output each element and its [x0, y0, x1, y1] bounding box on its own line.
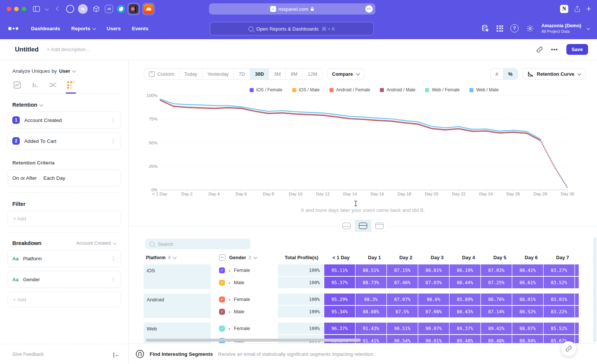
nav-item-users[interactable]: Users [107, 26, 121, 31]
retention-value-cell[interactable]: 95.29% [324, 294, 355, 305]
analyze-value-dropdown[interactable]: User [59, 68, 70, 74]
retention-criteria-card[interactable]: On or After Each Day [7, 169, 121, 186]
range-yesterday[interactable]: Yesterday [203, 69, 234, 79]
expand-row-icon[interactable]: › [229, 326, 230, 331]
col-header[interactable]: Day 2 [387, 255, 418, 260]
tab-insights[interactable] [12, 81, 22, 89]
col-header[interactable]: Day 1 [356, 255, 387, 260]
expand-row-icon[interactable]: › [229, 310, 230, 314]
retention-value-cell[interactable]: 88.07% [512, 323, 543, 334]
retention-value-cell[interactable]: 87.03% [481, 264, 512, 276]
collapse-sidebar-icon[interactable]: |← [113, 351, 120, 358]
range-3m[interactable]: 3M [269, 69, 286, 79]
layout-table-only-toggle[interactable] [371, 220, 388, 232]
legend-item[interactable]: Web / Male [469, 87, 498, 92]
chart-type-dropdown[interactable]: Retention Curve [522, 68, 586, 80]
retention-value-cell[interactable]: 95.34% [324, 306, 355, 317]
platform-cell[interactable]: iOS [144, 264, 211, 289]
app-icon-avatar[interactable]: m [78, 4, 88, 14]
col-header[interactable]: Day 7 [544, 255, 575, 260]
app-icon-ring[interactable] [66, 5, 74, 13]
table-search-input[interactable]: Search [145, 239, 250, 249]
retention-step-2[interactable]: 2 Added To Cart ⋮ [7, 132, 121, 150]
gender-cell[interactable]: ✓›Female [211, 264, 278, 276]
legend-item[interactable]: Android / Male [380, 87, 415, 92]
maximize-window-button[interactable] [22, 7, 26, 11]
horizontal-scrollbar[interactable] [146, 339, 361, 342]
series-checkbox[interactable]: ✓ [219, 280, 225, 286]
retention-value-cell[interactable]: 83.01% [544, 294, 575, 305]
retention-value-cell[interactable]: 86.44% [450, 277, 481, 288]
legend-item[interactable]: Web / Female [425, 87, 459, 92]
help-icon[interactable]: ? [510, 24, 519, 32]
retention-value-cell[interactable]: 86.76% [481, 294, 512, 305]
retention-value-cell[interactable]: 87.03% [418, 277, 449, 288]
gender-cell[interactable]: ✓›Male [211, 277, 278, 288]
retention-value-cell[interactable]: 95.11% [324, 264, 355, 276]
mixpanel-logo[interactable] [8, 27, 18, 30]
tab-funnels[interactable] [30, 81, 40, 89]
series-checkbox[interactable]: ✓ [219, 267, 225, 273]
settings-gear-icon[interactable] [526, 25, 534, 32]
give-feedback-link[interactable]: Give Feedback [12, 352, 44, 357]
new-tab-icon[interactable]: + [586, 5, 591, 13]
site-options-icon[interactable]: ••• [365, 5, 373, 13]
retention-value-cell[interactable]: 88.51% [356, 264, 387, 276]
criteria-interval[interactable]: Each Day [43, 175, 65, 181]
retention-value-cell[interactable]: 87.25% [481, 277, 512, 288]
legend-item[interactable]: Android / Female [329, 87, 370, 92]
data-management-icon[interactable] [481, 24, 489, 32]
app-icon-cube[interactable] [91, 4, 101, 14]
retention-value-cell[interactable]: 83.52% [544, 277, 575, 288]
copy-link-icon[interactable] [536, 46, 543, 53]
retention-value-cell[interactable]: 86.81% [418, 264, 449, 276]
chevron-down-icon[interactable] [43, 7, 48, 11]
retention-value-cell[interactable]: 86.19% [450, 264, 481, 276]
vertical-scrollbar[interactable] [593, 237, 596, 342]
add-breakdown-button[interactable]: + Add [7, 292, 121, 307]
series-checkbox[interactable]: ✓ [219, 296, 225, 302]
back-icon[interactable] [54, 7, 60, 11]
gender-column-header[interactable]: − Gender 3 [211, 254, 278, 261]
retention-value-cell[interactable]: 87.46% [387, 277, 418, 288]
share-icon[interactable] [574, 6, 580, 12]
tab-flows[interactable] [48, 81, 58, 89]
retention-value-cell[interactable]: 90.07% [418, 323, 449, 334]
app-icon-bird[interactable] [117, 5, 125, 13]
tab-retention[interactable] [66, 81, 76, 89]
platform-cell[interactable]: Android [144, 294, 211, 318]
retention-value-cell[interactable]: 88.3% [356, 294, 387, 305]
range-6m[interactable]: 6M [286, 69, 303, 79]
nav-item-events[interactable]: Events [132, 26, 149, 31]
breakdown-options-icon[interactable]: ⋮ [110, 276, 116, 283]
gender-cell[interactable]: ✓›Female [211, 323, 278, 334]
range-12m[interactable]: 12M [303, 69, 322, 79]
criteria-condition[interactable]: On or After [12, 175, 37, 181]
layout-split-toggle[interactable] [355, 220, 371, 232]
breakdown-gender[interactable]: Aa Gender ⋮ [7, 271, 121, 288]
add-filter-button[interactable]: + Add [7, 211, 121, 226]
total-profiles-header[interactable]: Total Profile(s) [278, 255, 324, 260]
report-description-placeholder[interactable]: + Add description... [47, 47, 90, 52]
platform-column-header[interactable]: Platform 4 [144, 255, 211, 260]
close-window-button[interactable] [7, 7, 11, 11]
range-30d[interactable]: 30D [250, 69, 269, 79]
retention-step-1[interactable]: 1 Account Created ⋮ [7, 112, 121, 129]
segments-title[interactable]: Find Interesting Segments [150, 351, 213, 357]
report-title[interactable]: Untitled [15, 46, 38, 53]
sidebar-toggle-icon[interactable] [33, 6, 40, 12]
retention-value-cell[interactable]: 86.43% [450, 306, 481, 317]
retention-value-cell[interactable]: 88.73% [356, 277, 387, 288]
range-today[interactable]: Today [179, 69, 203, 79]
save-button[interactable]: Save [566, 44, 588, 55]
retention-value-cell[interactable]: 96.37% [324, 323, 355, 334]
step-options-icon[interactable]: ⋮ [110, 138, 116, 144]
notion-extension-icon[interactable]: N [560, 5, 568, 13]
breakdown-platform[interactable]: Aa Platform ⋮ [7, 250, 121, 267]
retention-value-cell[interactable]: 95.37% [324, 277, 355, 288]
retention-value-cell[interactable]: 87.07% [387, 294, 418, 305]
legend-item[interactable]: iOS / Male [292, 87, 320, 92]
range-7d[interactable]: 7D [234, 69, 250, 79]
col-header[interactable]: < 1 Day [324, 255, 356, 260]
gender-cell[interactable]: ✓›Female [211, 294, 278, 305]
